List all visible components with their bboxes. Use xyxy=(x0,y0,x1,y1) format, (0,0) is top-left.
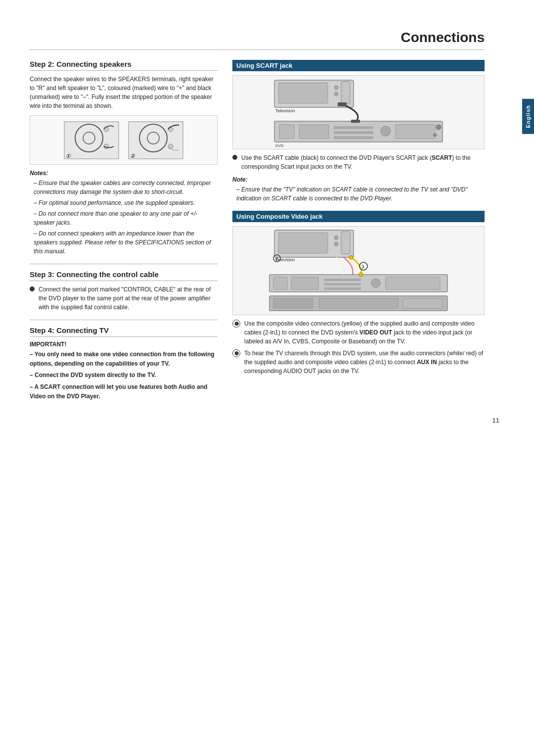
you-only-need-text: – You only need to make one video connec… xyxy=(30,351,215,367)
svg-rect-16 xyxy=(341,82,350,104)
composite-header: Using Composite Video jack xyxy=(232,211,485,222)
svg-rect-50 xyxy=(403,298,443,308)
svg-point-15 xyxy=(334,92,338,96)
composite-bullet-1: ❶ Use the composite video connectors (ye… xyxy=(232,319,485,346)
step3-bullet: Connect the serial port marked "CONTROL … xyxy=(30,285,218,312)
note-4: – Do not connect speakers with an impeda… xyxy=(30,229,218,256)
svg-rect-35 xyxy=(341,232,350,254)
step4-header: Step 4: Connecting TV xyxy=(30,326,218,337)
svg-text:1: 1 xyxy=(362,264,364,269)
bullet-number-2: ❷ xyxy=(232,349,240,357)
step4-section: Step 4: Connecting TV IMPORTANT! – You o… xyxy=(30,326,218,401)
svg-point-29 xyxy=(436,125,441,130)
page-number: 11 xyxy=(492,417,499,424)
svg-rect-13 xyxy=(278,83,328,103)
svg-rect-49 xyxy=(319,298,398,308)
svg-text:2: 2 xyxy=(275,256,278,261)
svg-text:①: ① xyxy=(66,153,71,159)
scart-bullet-text: Use the SCART cable (black) to connect t… xyxy=(241,153,485,171)
svg-point-14 xyxy=(334,86,338,90)
svg-point-33 xyxy=(334,236,338,239)
composite-bullet-2: ❷ To hear the TV channels through this D… xyxy=(232,349,485,376)
step3-body: Connect the serial port marked "CONTROL … xyxy=(39,285,218,312)
svg-point-45 xyxy=(371,279,380,287)
composite-section: Using Composite Video jack Television 2 xyxy=(232,211,485,376)
svg-rect-25 xyxy=(396,125,435,139)
notes-title: Notes: xyxy=(30,170,218,177)
svg-rect-22 xyxy=(334,131,373,134)
scart-bullet: Use the SCART cable (black) to connect t… xyxy=(232,153,485,171)
svg-rect-44 xyxy=(324,287,361,290)
composite-diagram: Television 2 xyxy=(232,226,485,315)
connect-dvd-text: – Connect the DVD system directly to the… xyxy=(30,372,156,378)
page-title: Connections xyxy=(30,30,485,50)
svg-rect-41 xyxy=(291,277,318,289)
svg-point-52 xyxy=(359,273,363,277)
scart-text: – A SCART connection will let you use fe… xyxy=(30,383,207,400)
bullet-circle xyxy=(30,286,35,291)
svg-rect-32 xyxy=(278,233,328,253)
svg-rect-42 xyxy=(324,279,361,281)
svg-text:⏻: ⏻ xyxy=(433,133,437,137)
note-3: – Do not connect more than one speaker t… xyxy=(30,209,218,227)
left-column: Step 2: Connecting speakers Connect the … xyxy=(30,60,218,409)
important-text: – You only need to make one video connec… xyxy=(30,350,218,401)
svg-rect-19 xyxy=(279,125,294,139)
scart-bullet-circle xyxy=(232,155,237,160)
important-title: IMPORTANT! xyxy=(30,341,218,348)
svg-rect-20 xyxy=(299,125,329,139)
svg-point-34 xyxy=(334,242,338,246)
scart-note: Note: – Ensure that the "TV" indication … xyxy=(232,176,485,203)
speaker-diagram-2: ② xyxy=(126,119,185,161)
step3-header: Step 3: Connecting the control cable xyxy=(30,270,218,281)
composite-bullet-1-text: Use the composite video connectors (yell… xyxy=(244,319,485,346)
svg-rect-6 xyxy=(129,122,183,159)
svg-rect-27 xyxy=(338,102,347,106)
svg-rect-46 xyxy=(386,277,440,289)
svg-text:②: ② xyxy=(130,153,135,159)
svg-rect-43 xyxy=(324,283,361,285)
step2-section: Step 2: Connecting speakers Connect the … xyxy=(30,60,218,256)
speaker-diagram-1: ① xyxy=(62,119,121,161)
right-column: Using SCART jack Television xyxy=(232,60,485,409)
scart-section: Using SCART jack Television xyxy=(232,60,485,203)
note-1: – Ensure that the speaker cables are cor… xyxy=(30,179,218,196)
scart-header: Using SCART jack xyxy=(232,60,485,71)
note-2: – For optimal sound performance, use the… xyxy=(30,198,218,207)
svg-rect-28 xyxy=(351,120,360,123)
step2-header: Step 2: Connecting speakers xyxy=(30,60,218,71)
speaker-diagram: ① ② xyxy=(30,115,218,165)
svg-rect-23 xyxy=(334,136,373,139)
language-tab: English xyxy=(522,99,534,134)
scart-diagram: Television DVD xyxy=(232,75,485,149)
scart-note-text: – Ensure that the "TV" indication on SCA… xyxy=(232,185,485,203)
step2-body: Connect the speaker wires to the SPEAKER… xyxy=(30,75,218,110)
svg-point-51 xyxy=(349,255,353,259)
bullet-number-1: ❶ xyxy=(232,320,240,328)
svg-rect-48 xyxy=(273,298,313,308)
svg-rect-21 xyxy=(334,126,373,129)
svg-text:Television: Television xyxy=(275,108,295,113)
svg-text:DVD: DVD xyxy=(275,143,284,147)
svg-rect-0 xyxy=(64,122,119,159)
scart-note-title: Note: xyxy=(232,176,485,183)
svg-rect-40 xyxy=(273,277,287,289)
step2-notes: Notes: – Ensure that the speaker cables … xyxy=(30,170,218,256)
svg-point-24 xyxy=(381,126,391,136)
step3-section: Step 3: Connecting the control cable Con… xyxy=(30,270,218,312)
composite-bullet-2-text: To hear the TV channels through this DVD… xyxy=(244,349,485,376)
important-block: IMPORTANT! – You only need to make one v… xyxy=(30,341,218,401)
